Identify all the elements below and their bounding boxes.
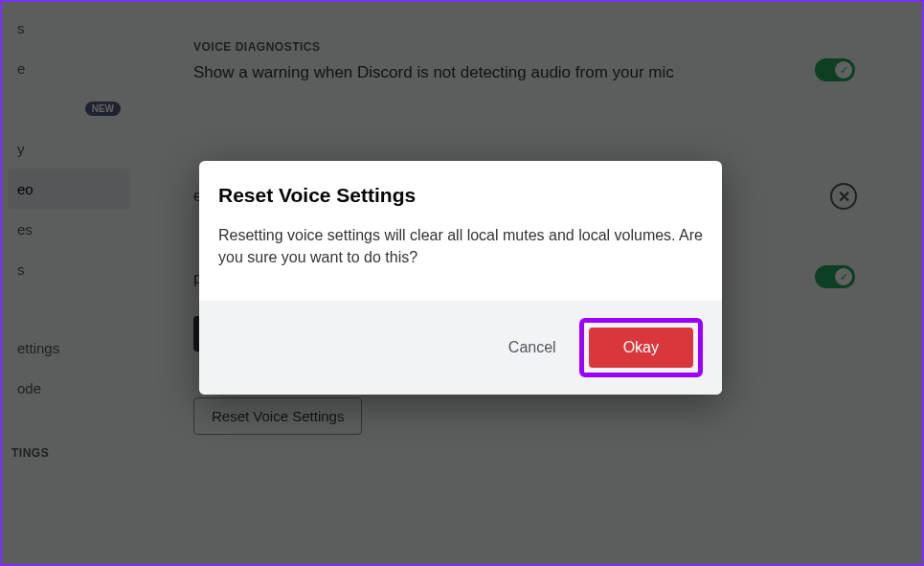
modal-footer: Cancel Okay [199, 301, 722, 395]
modal-title: Reset Voice Settings [218, 184, 703, 207]
app-frame: s e NEW y eo es s ettings ode TINGS VOIC… [0, 0, 924, 566]
reset-voice-modal: Reset Voice Settings Resetting voice set… [199, 161, 722, 395]
cancel-button[interactable]: Cancel [508, 339, 556, 356]
okay-highlight: Okay [579, 318, 703, 377]
modal-body: Reset Voice Settings Resetting voice set… [199, 161, 722, 301]
okay-button[interactable]: Okay [589, 328, 693, 368]
modal-text: Resetting voice settings will clear all … [218, 224, 703, 268]
